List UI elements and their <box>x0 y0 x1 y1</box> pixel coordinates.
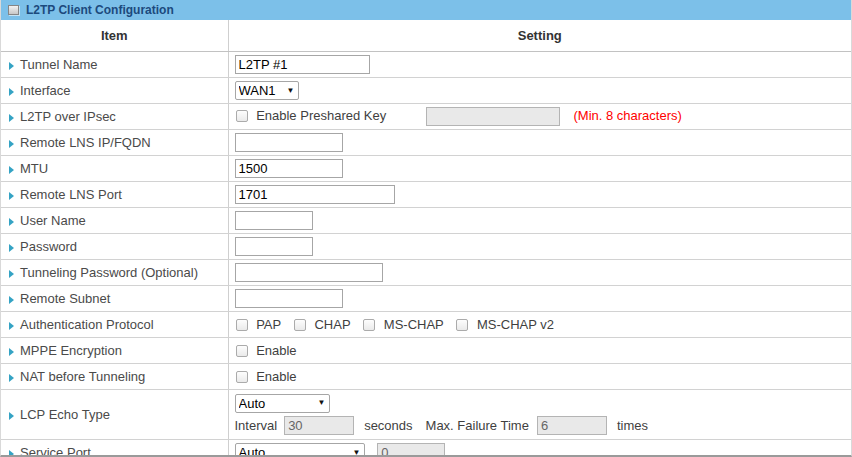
row-marker-icon <box>9 88 14 96</box>
row-tunneling-password: Tunneling Password (Optional) <box>1 260 851 286</box>
checkbox-label: Enable <box>256 343 296 358</box>
row-marker-icon <box>9 140 14 148</box>
mppe-enable-checkbox[interactable] <box>236 345 248 357</box>
row-label: Remote LNS Port <box>20 187 122 202</box>
row-marker-icon <box>9 244 14 252</box>
row-label: MPPE Encryption <box>20 343 122 358</box>
max-failure-time-label: Max. Failure Time <box>426 418 529 433</box>
checkbox-label: PAP <box>256 317 281 332</box>
row-password: Password <box>1 234 851 260</box>
checkbox-label: CHAP <box>314 317 350 332</box>
column-header-item: Item <box>1 20 228 52</box>
row-remote-lns-ip: Remote LNS IP/FQDN <box>1 130 851 156</box>
row-label: Password <box>20 239 77 254</box>
row-label: Remote LNS IP/FQDN <box>20 135 151 150</box>
row-label: NAT before Tunneling <box>20 369 145 384</box>
row-nat-before-tunneling: NAT before Tunneling Enable <box>1 364 851 390</box>
password-input[interactable] <box>235 237 313 256</box>
remote-subnet-input[interactable] <box>235 289 343 308</box>
checkbox-label: Enable Preshared Key <box>256 108 386 123</box>
ms-chap-checkbox[interactable] <box>363 319 375 331</box>
row-marker-icon <box>9 296 14 304</box>
row-label: L2TP over IPsec <box>20 109 116 124</box>
row-marker-icon <box>9 62 14 70</box>
configuration-table: Item Setting Tunnel Name Interface WAN1 … <box>1 20 851 457</box>
row-marker-icon <box>9 114 14 122</box>
row-marker-icon <box>9 192 14 200</box>
row-label: Tunneling Password (Optional) <box>20 265 198 280</box>
row-marker-icon <box>9 348 14 356</box>
row-marker-icon <box>9 218 14 226</box>
row-user-name: User Name <box>1 208 851 234</box>
row-mtu: MTU <box>1 156 851 182</box>
row-label: Tunnel Name <box>20 57 98 72</box>
row-label: LCP Echo Type <box>20 407 110 422</box>
remote-lns-ip-input[interactable] <box>235 133 343 152</box>
row-marker-icon <box>9 412 14 420</box>
row-l2tp-over-ipsec: L2TP over IPsec Enable Preshared Key (Mi… <box>1 104 851 130</box>
row-service-port: Service Port Auto ▼ <box>1 440 851 457</box>
row-label: MTU <box>20 161 48 176</box>
row-authentication-protocol: Authentication Protocol PAP CHAP MS-CHAP… <box>1 312 851 338</box>
user-name-input[interactable] <box>235 211 313 230</box>
column-header-setting: Setting <box>228 20 851 52</box>
section-titlebar: L2TP Client Configuration <box>1 0 851 20</box>
row-remote-lns-port: Remote LNS Port <box>1 182 851 208</box>
row-tunnel-name: Tunnel Name <box>1 52 851 78</box>
row-label: Service Port <box>20 445 91 457</box>
ms-chap-v2-checkbox[interactable] <box>456 319 468 331</box>
row-marker-icon <box>9 450 14 457</box>
row-mppe-encryption: MPPE Encryption Enable <box>1 338 851 364</box>
row-marker-icon <box>9 374 14 382</box>
interval-unit-label: seconds <box>364 418 412 433</box>
interface-select[interactable]: WAN1 <box>235 81 299 100</box>
tunnel-name-input[interactable] <box>235 55 370 74</box>
preshared-key-input <box>426 107 560 126</box>
row-marker-icon <box>9 270 14 278</box>
interval-input <box>284 416 354 435</box>
row-label: Authentication Protocol <box>20 317 154 332</box>
row-marker-icon <box>9 322 14 330</box>
pap-checkbox[interactable] <box>236 319 248 331</box>
remote-lns-port-input[interactable] <box>235 185 395 204</box>
table-header-row: Item Setting <box>1 20 851 52</box>
lcp-echo-type-select[interactable]: Auto <box>235 394 330 413</box>
row-marker-icon <box>9 166 14 174</box>
l2tp-client-configuration-panel: L2TP Client Configuration Item Setting T… <box>0 0 852 457</box>
tunneling-password-input[interactable] <box>235 263 383 282</box>
row-label: Remote Subnet <box>20 291 110 306</box>
row-interface: Interface WAN1 ▼ <box>1 78 851 104</box>
section-icon <box>8 5 19 15</box>
service-port-input <box>377 443 445 457</box>
nat-enable-checkbox[interactable] <box>236 371 248 383</box>
row-lcp-echo-type: LCP Echo Type Auto ▼ Interval seconds Ma… <box>1 390 851 440</box>
checkbox-label: Enable <box>256 369 296 384</box>
preshared-key-hint: (Min. 8 characters) <box>573 108 681 123</box>
preshared-key-enable-checkbox[interactable] <box>236 110 248 122</box>
interval-label: Interval <box>235 418 278 433</box>
max-failure-time-input <box>537 416 607 435</box>
service-port-select[interactable]: Auto <box>235 443 365 457</box>
page-title: L2TP Client Configuration <box>26 3 174 17</box>
row-label: Interface <box>20 83 71 98</box>
failure-unit-label: times <box>617 418 648 433</box>
chap-checkbox[interactable] <box>294 319 306 331</box>
checkbox-label: MS-CHAP <box>384 317 444 332</box>
checkbox-label: MS-CHAP v2 <box>477 317 554 332</box>
row-remote-subnet: Remote Subnet <box>1 286 851 312</box>
row-label: User Name <box>20 213 86 228</box>
mtu-input[interactable] <box>235 159 343 178</box>
